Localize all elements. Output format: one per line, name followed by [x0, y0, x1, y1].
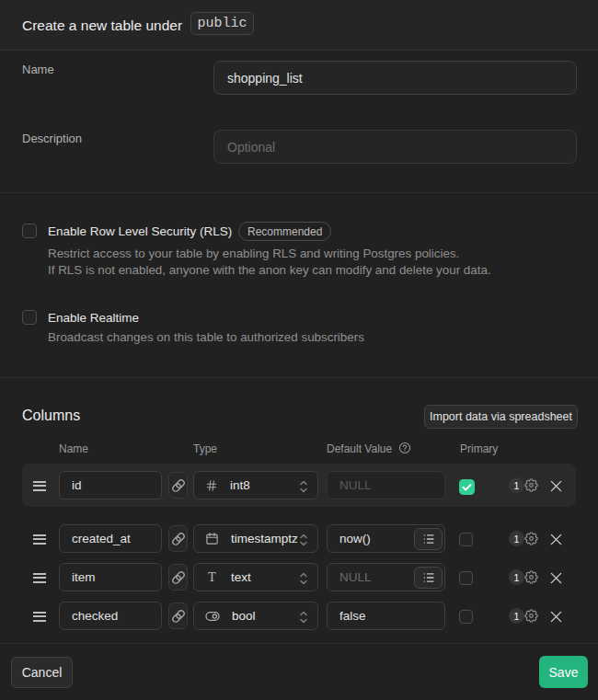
svg-text:T: T: [208, 570, 216, 584]
